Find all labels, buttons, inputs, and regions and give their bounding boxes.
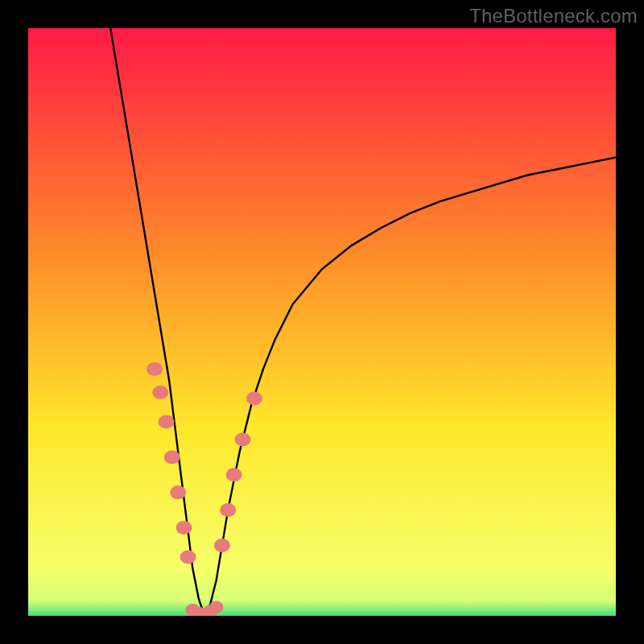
- data-dot: [159, 415, 175, 429]
- data-dot: [170, 485, 186, 499]
- data-dot: [147, 362, 163, 376]
- data-dot: [175, 521, 192, 535]
- chart-frame: TheBottleneck.com: [0, 0, 644, 644]
- data-dot: [214, 539, 230, 552]
- watermark-text: TheBottleneck.com: [469, 5, 638, 27]
- chart-plot: [28, 28, 616, 616]
- data-dot: [220, 503, 236, 517]
- gradient-background: [28, 28, 616, 616]
- data-dot: [246, 391, 262, 405]
- data-dot: [164, 450, 180, 464]
- data-dot: [180, 551, 196, 564]
- data-dot: [209, 601, 224, 613]
- data-dot: [226, 468, 242, 481]
- data-dot: [152, 386, 168, 399]
- data-dot: [234, 433, 250, 447]
